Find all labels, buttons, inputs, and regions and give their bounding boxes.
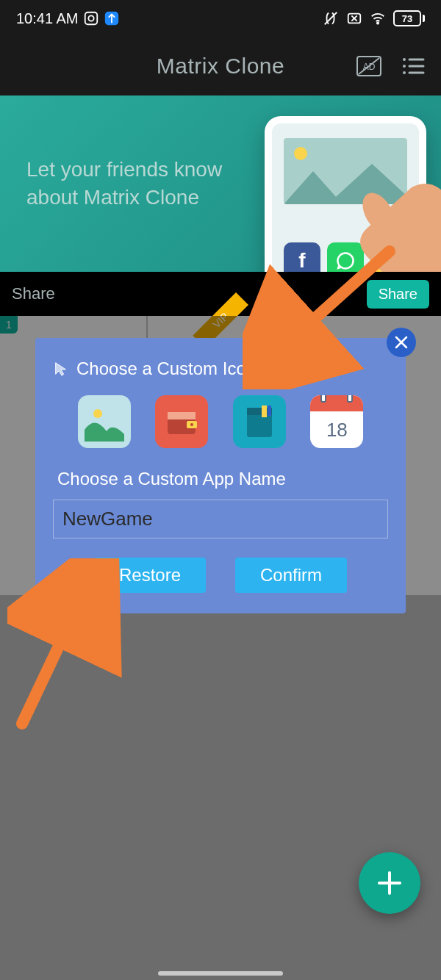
restore-button[interactable]: Restore bbox=[94, 558, 206, 593]
icon-option-wallet[interactable] bbox=[155, 395, 208, 448]
status-app-icon bbox=[83, 10, 99, 26]
vibrate-icon bbox=[323, 10, 339, 26]
svg-rect-30 bbox=[262, 406, 267, 417]
svg-point-11 bbox=[403, 65, 406, 68]
share-label: Share bbox=[12, 284, 55, 303]
header-actions: AD bbox=[356, 53, 426, 79]
calendar-day: 18 bbox=[326, 411, 348, 448]
app-header: Matrix Clone AD bbox=[0, 37, 441, 96]
svg-point-21 bbox=[93, 409, 102, 418]
battery-indicator: 73 bbox=[393, 10, 425, 26]
share-button[interactable]: Share bbox=[367, 280, 429, 309]
status-right: 73 bbox=[323, 10, 425, 26]
app-name-input[interactable] bbox=[53, 500, 388, 538]
svg-point-26 bbox=[190, 423, 193, 426]
icon-option-calendar[interactable]: 18 bbox=[310, 395, 363, 448]
wifi-icon bbox=[370, 10, 386, 26]
svg-rect-0 bbox=[85, 12, 97, 25]
menu-button[interactable] bbox=[400, 53, 426, 79]
status-time: 10:41 AM bbox=[16, 10, 79, 27]
svg-point-1 bbox=[88, 15, 93, 21]
promo-line-1: Let your friends know bbox=[26, 156, 222, 184]
svg-point-5 bbox=[377, 22, 379, 24]
icon-option-row: 18 bbox=[53, 395, 388, 448]
svg-rect-31 bbox=[268, 406, 271, 416]
dialog-heading-name: Choose a Custom App Name bbox=[57, 469, 388, 489]
cursor-icon bbox=[53, 361, 69, 377]
battery-level: 73 bbox=[402, 13, 412, 24]
home-indicator[interactable] bbox=[158, 971, 283, 976]
upload-icon bbox=[104, 10, 120, 26]
confirm-button[interactable]: Confirm bbox=[235, 558, 347, 593]
svg-point-9 bbox=[403, 58, 406, 61]
add-fab[interactable] bbox=[359, 852, 420, 914]
hand-illustration bbox=[301, 154, 441, 272]
status-bar: 10:41 AM 73 bbox=[0, 0, 441, 37]
svg-rect-24 bbox=[168, 412, 196, 419]
promo-banner[interactable]: Let your friends know about Matrix Clone… bbox=[0, 96, 441, 272]
dialog-heading-icon: Choose a Custom Icon bbox=[76, 359, 256, 379]
app-title: Matrix Clone bbox=[157, 54, 284, 79]
icon-option-book[interactable] bbox=[233, 395, 286, 448]
custom-icon-dialog: Choose a Custom Icon 18 Choose a Custom … bbox=[35, 338, 406, 613]
svg-point-13 bbox=[403, 71, 406, 74]
icon-option-gallery[interactable] bbox=[78, 395, 131, 448]
promo-line-2: about Matrix Clone bbox=[26, 184, 222, 212]
dnd-icon bbox=[346, 10, 362, 26]
no-ads-button[interactable]: AD bbox=[356, 53, 382, 79]
status-left: 10:41 AM bbox=[16, 10, 120, 27]
close-button[interactable] bbox=[387, 328, 416, 357]
promo-text: Let your friends know about Matrix Clone bbox=[26, 156, 222, 212]
